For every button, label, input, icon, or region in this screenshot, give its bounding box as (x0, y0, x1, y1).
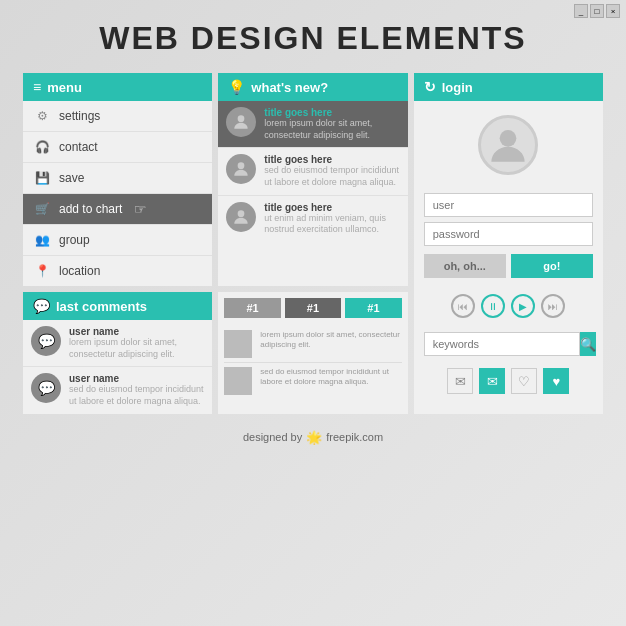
window-bar: _ □ × (568, 0, 626, 22)
tab-btn-2[interactable]: #1 (345, 298, 401, 318)
comment-user-0: user name (69, 326, 204, 337)
news-item-1[interactable]: title goes here sed do eiusmod tempor in… (218, 148, 407, 195)
svg-point-1 (238, 163, 245, 170)
cursor-hand-icon: ☞ (134, 201, 147, 217)
login-avatar (478, 115, 538, 175)
login-avatar-area (414, 101, 603, 185)
page-title: WEB DESIGN ELEMENTS (99, 20, 526, 57)
menu-item-group[interactable]: 👥 group (23, 225, 212, 256)
tab-content-item-0: lorem ipsum dolor sit amet, consectetur … (224, 326, 401, 363)
play-button[interactable]: ▶ (511, 294, 535, 318)
comment-content-0: user name lorem ipsum dolor sit amet, co… (69, 326, 204, 360)
menu-item-label: location (59, 264, 100, 278)
menu-item-label: save (59, 171, 84, 185)
save-icon: 💾 (33, 169, 51, 187)
login-buttons: oh, oh... go! (414, 254, 603, 286)
news-header-label: what's new? (251, 80, 328, 95)
contact-icon: 🎧 (33, 138, 51, 156)
menu-header: ≡ menu (23, 73, 212, 101)
menu-item-add-to-chart[interactable]: 🛒 add to chart ☞ (23, 194, 212, 225)
comment-text-0: lorem ipsum dolor sit amet, consectetur … (69, 337, 204, 360)
news-avatar-0 (226, 107, 256, 137)
news-content-2: title goes here ut enim ad minim veniam,… (264, 202, 399, 236)
tab-thumb-1 (224, 367, 252, 395)
close-btn[interactable]: × (606, 4, 620, 18)
news-title-0: title goes here (264, 107, 399, 118)
settings-icon: ⚙ (33, 107, 51, 125)
pause-button[interactable]: ⏸ (481, 294, 505, 318)
news-header-icon: 💡 (228, 79, 245, 95)
tab-item-text-0: lorem ipsum dolor sit amet, consectetur … (260, 330, 401, 358)
comment-text-1: sed do eiusmod tempor incididunt ut labo… (69, 384, 204, 407)
group-icon: 👥 (33, 231, 51, 249)
comment-item-0[interactable]: 💬 user name lorem ipsum dolor sit amet, … (23, 320, 212, 367)
menu-item-label: settings (59, 109, 100, 123)
news-item-2[interactable]: title goes here ut enim ad minim veniam,… (218, 196, 407, 242)
icon-row: ✉ ✉ ♡ ♥ (414, 362, 603, 402)
comment-bubble-icon-1: 💬 (31, 373, 61, 403)
news-title-2: title goes here (264, 202, 399, 213)
news-text-1: sed do eiusmod tempor incididunt ut labo… (264, 165, 399, 188)
tabs-panel: #1 #1 #1 lorem ipsum dolor sit amet, con… (218, 292, 407, 414)
go-button[interactable]: go! (511, 254, 593, 278)
email-filled-icon[interactable]: ✉ (479, 368, 505, 394)
menu-item-settings[interactable]: ⚙ settings (23, 101, 212, 132)
email-outline-icon[interactable]: ✉ (447, 368, 473, 394)
menu-panel: ≡ menu ⚙ settings 🎧 contact 💾 save 🛒 add… (23, 73, 212, 286)
search-input[interactable] (424, 332, 580, 356)
tab-btn-0[interactable]: #1 (224, 298, 280, 318)
news-content-0: title goes here lorem ipsum dolor sit am… (264, 107, 399, 141)
tab-btn-1[interactable]: #1 (285, 298, 341, 318)
news-content-1: title goes here sed do eiusmod tempor in… (264, 154, 399, 188)
rewind-button[interactable]: ⏮ (451, 294, 475, 318)
tab-item-text-1: sed do eiusmod tempor incididunt ut labo… (260, 367, 401, 395)
menu-item-label: add to chart (59, 202, 122, 216)
login-panel: ↻ login oh, oh... go! ⏮ ⏸ ▶ ⏭ (414, 73, 603, 414)
menu-item-label: group (59, 233, 90, 247)
news-text-2: ut enim ad minim veniam, quis nostrud ex… (264, 213, 399, 236)
content-grid: ≡ menu ⚙ settings 🎧 contact 💾 save 🛒 add… (23, 73, 603, 420)
comment-bubble-icon-0: 💬 (31, 326, 61, 356)
menu-item-contact[interactable]: 🎧 contact (23, 132, 212, 163)
comments-header: 💬 last comments (23, 292, 212, 320)
news-avatar-2 (226, 202, 256, 232)
comments-panel: 💬 last comments 💬 user name lorem ipsum … (23, 292, 212, 414)
footer-text: designed by (243, 431, 302, 443)
login-header-icon: ↻ (424, 79, 436, 95)
search-button[interactable]: 🔍 (580, 332, 596, 356)
svg-point-2 (238, 210, 245, 217)
svg-point-3 (500, 130, 517, 147)
fast-forward-button[interactable]: ⏭ (541, 294, 565, 318)
comments-header-icon: 💬 (33, 298, 50, 314)
menu-header-icon: ≡ (33, 79, 41, 95)
footer-brand: freepik.com (326, 431, 383, 443)
tab-content-item-1: sed do eiusmod tempor incididunt ut labo… (224, 363, 401, 399)
news-text-0: lorem ipsum dolor sit amet, consectetur … (264, 118, 399, 141)
search-area: 🔍 (414, 326, 603, 362)
oh-oh-button[interactable]: oh, oh... (424, 254, 506, 278)
heart-filled-icon[interactable]: ♥ (543, 368, 569, 394)
menu-item-location[interactable]: 📍 location (23, 256, 212, 286)
tabs-row: #1 #1 #1 (224, 298, 401, 318)
password-input[interactable] (424, 222, 593, 246)
news-header: 💡 what's new? (218, 73, 407, 101)
menu-item-label: contact (59, 140, 98, 154)
footer: designed by 🌟 freepik.com (243, 430, 383, 445)
login-header-label: login (442, 80, 473, 95)
cart-icon: 🛒 (33, 200, 51, 218)
news-item-0[interactable]: title goes here lorem ipsum dolor sit am… (218, 101, 407, 148)
main-wrapper: _ □ × WEB DESIGN ELEMENTS ≡ menu ⚙ setti… (0, 0, 626, 626)
menu-item-save[interactable]: 💾 save (23, 163, 212, 194)
maximize-btn[interactable]: □ (590, 4, 604, 18)
comments-header-label: last comments (56, 299, 147, 314)
heart-outline-icon[interactable]: ♡ (511, 368, 537, 394)
svg-point-0 (238, 115, 245, 122)
username-input[interactable] (424, 193, 593, 217)
comment-content-1: user name sed do eiusmod tempor incididu… (69, 373, 204, 407)
minimize-btn[interactable]: _ (574, 4, 588, 18)
location-icon: 📍 (33, 262, 51, 280)
menu-header-label: menu (47, 80, 82, 95)
tab-thumb-0 (224, 330, 252, 358)
login-header: ↻ login (414, 73, 603, 101)
comment-item-1[interactable]: 💬 user name sed do eiusmod tempor incidi… (23, 367, 212, 413)
